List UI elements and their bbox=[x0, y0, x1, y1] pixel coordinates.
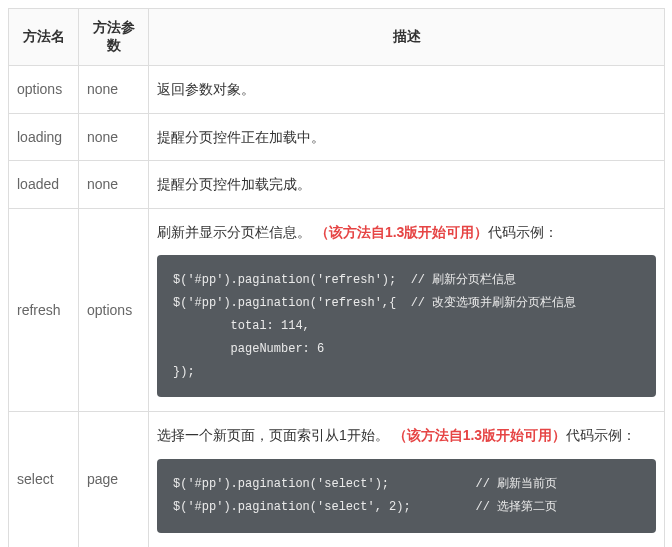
th-param: 方法参数 bbox=[79, 9, 149, 66]
desc-text: 提醒分页控件加载完成。 bbox=[157, 176, 311, 192]
cell-method: select bbox=[9, 412, 79, 547]
cell-description: 刷新并显示分页栏信息。 （该方法自1.3版开始可用）代码示例：$('#pp').… bbox=[149, 208, 665, 412]
table-row: selectpage选择一个新页面，页面索引从1开始。 （该方法自1.3版开始可… bbox=[9, 412, 665, 547]
table-header-row: 方法名 方法参数 描述 bbox=[9, 9, 665, 66]
cell-param: none bbox=[79, 113, 149, 161]
desc-text: 返回参数对象。 bbox=[157, 81, 255, 97]
desc-note: （该方法自1.3版开始可用） bbox=[315, 224, 488, 240]
cell-method: loaded bbox=[9, 161, 79, 209]
cell-description: 返回参数对象。 bbox=[149, 66, 665, 114]
desc-text: 提醒分页控件正在加载中。 bbox=[157, 129, 325, 145]
desc-text: 刷新并显示分页栏信息。 bbox=[157, 224, 315, 240]
table-body: optionsnone返回参数对象。loadingnone提醒分页控件正在加载中… bbox=[9, 66, 665, 548]
cell-param: page bbox=[79, 412, 149, 547]
cell-param: none bbox=[79, 161, 149, 209]
cell-description: 提醒分页控件加载完成。 bbox=[149, 161, 665, 209]
cell-param: options bbox=[79, 208, 149, 412]
table-row: loadingnone提醒分页控件正在加载中。 bbox=[9, 113, 665, 161]
table-row: refreshoptions刷新并显示分页栏信息。 （该方法自1.3版开始可用）… bbox=[9, 208, 665, 412]
desc-suffix: 代码示例： bbox=[566, 427, 636, 443]
code-block: $('#pp').pagination('select'); // 刷新当前页 … bbox=[157, 459, 656, 533]
cell-description: 选择一个新页面，页面索引从1开始。 （该方法自1.3版开始可用）代码示例：$('… bbox=[149, 412, 665, 547]
table-row: optionsnone返回参数对象。 bbox=[9, 66, 665, 114]
table-row: loadednone提醒分页控件加载完成。 bbox=[9, 161, 665, 209]
cell-description: 提醒分页控件正在加载中。 bbox=[149, 113, 665, 161]
methods-table: 方法名 方法参数 描述 optionsnone返回参数对象。loadingnon… bbox=[8, 8, 665, 547]
cell-param: none bbox=[79, 66, 149, 114]
code-block: $('#pp').pagination('refresh'); // 刷新分页栏… bbox=[157, 255, 656, 397]
th-method: 方法名 bbox=[9, 9, 79, 66]
cell-method: loading bbox=[9, 113, 79, 161]
desc-note: （该方法自1.3版开始可用） bbox=[393, 427, 566, 443]
cell-method: options bbox=[9, 66, 79, 114]
desc-suffix: 代码示例： bbox=[488, 224, 558, 240]
desc-text: 选择一个新页面，页面索引从1开始。 bbox=[157, 427, 393, 443]
cell-method: refresh bbox=[9, 208, 79, 412]
th-description: 描述 bbox=[149, 9, 665, 66]
